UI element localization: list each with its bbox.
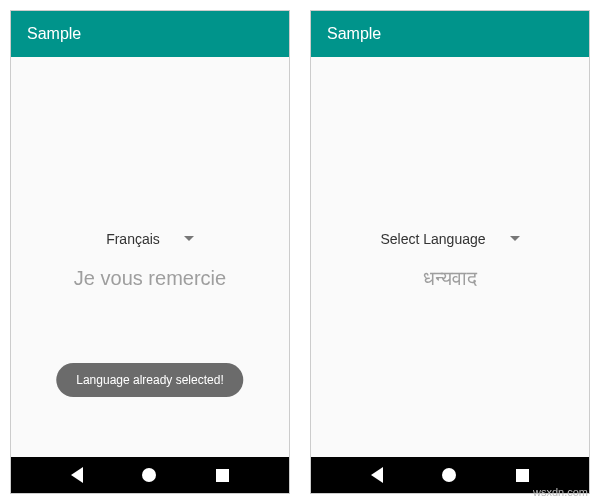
- app-bar: Sample: [11, 11, 289, 57]
- content-area: Français Je vous remercie Language alrea…: [11, 57, 289, 457]
- thank-you-text: धन्यवाद: [423, 267, 477, 290]
- navigation-bar: [11, 457, 289, 493]
- app-title: Sample: [327, 25, 381, 42]
- back-icon[interactable]: [371, 467, 383, 483]
- spinner-selected-label: Français: [106, 231, 160, 247]
- thank-you-text: Je vous remercie: [74, 267, 226, 290]
- device-left: Sample Français Je vous remercie Languag…: [10, 10, 290, 494]
- content-area: Select Language धन्यवाद: [311, 57, 589, 457]
- spinner-selected-label: Select Language: [380, 231, 485, 247]
- back-icon[interactable]: [71, 467, 83, 483]
- app-bar: Sample: [311, 11, 589, 57]
- recent-icon[interactable]: [216, 469, 229, 482]
- language-spinner[interactable]: Select Language: [372, 225, 527, 253]
- home-icon[interactable]: [142, 468, 156, 482]
- home-icon[interactable]: [442, 468, 456, 482]
- app-title: Sample: [27, 25, 81, 42]
- recent-icon[interactable]: [516, 469, 529, 482]
- language-spinner[interactable]: Français: [98, 225, 202, 253]
- watermark: wsxdn.com: [533, 486, 588, 498]
- chevron-down-icon: [510, 236, 520, 241]
- device-right: Sample Select Language धन्यवाद: [310, 10, 590, 494]
- chevron-down-icon: [184, 236, 194, 241]
- toast-message: Language already selected!: [56, 363, 243, 397]
